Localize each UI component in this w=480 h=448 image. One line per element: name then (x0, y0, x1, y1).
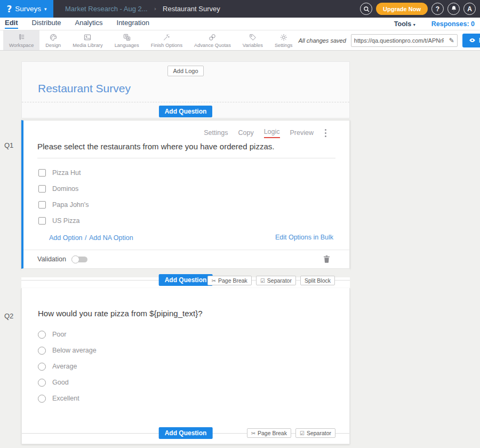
separator-icon: ☑ (300, 430, 305, 436)
question-block-q2: How would you rate pizza from ${piping_t… (21, 288, 350, 444)
separator-button[interactable]: ☑ Separator (295, 428, 335, 438)
survey-header-card: Add Logo Restaurant Survey Add Question (21, 61, 350, 118)
add-na-option-link[interactable]: Add NA Option (89, 234, 133, 242)
option-row: Pizza Hut (38, 165, 349, 181)
tab-integration[interactable]: Integration (117, 19, 149, 29)
radio-button[interactable] (38, 331, 46, 339)
radio-button[interactable] (38, 395, 46, 403)
insert-row-middle: Add Question ✂ Page Break ☑ Separator Sp… (21, 269, 350, 288)
notifications-button[interactable] (447, 3, 460, 15)
tools-dropdown[interactable]: Tools ▾ (394, 20, 415, 28)
page-break-button[interactable]: ✂ Page Break (247, 428, 291, 438)
option-row: Papa John's (38, 197, 349, 213)
toolbar-item-design[interactable]: Design (39, 30, 67, 50)
add-question-button[interactable]: Add Question (159, 106, 213, 117)
link-separator: / (85, 234, 86, 242)
page-break-button[interactable]: ✂ Page Break (207, 276, 252, 285)
primary-nav: Edit Distribute Analytics Integration To… (0, 18, 480, 30)
survey-url-input[interactable] (351, 37, 446, 44)
translate-icon (123, 33, 131, 42)
tab-distribute[interactable]: Distribute (32, 19, 61, 29)
delete-question-button[interactable] (323, 255, 330, 263)
survey-url-field: ✎ (351, 34, 458, 47)
account-avatar[interactable]: A (463, 3, 476, 15)
checkbox[interactable] (38, 185, 46, 193)
option-label[interactable]: Poor (52, 331, 66, 338)
question-text-q2[interactable]: How would you rate pizza from ${piping_t… (22, 288, 349, 318)
top-header: ? Surveys ▾ Market Research - Aug 2... ›… (0, 0, 480, 18)
page-break-icon: ✂ (251, 430, 255, 436)
checkbox[interactable] (38, 217, 46, 225)
toolbar-item-settings[interactable]: Settings (269, 30, 299, 50)
survey-title[interactable]: Restaurant Survey (38, 82, 349, 95)
gear-icon (279, 33, 288, 42)
add-logo-button[interactable]: Add Logo (167, 66, 203, 76)
chevron-down-icon: ▾ (44, 6, 47, 12)
tab-edit[interactable]: Edit (5, 19, 18, 29)
toolbar-item-finish-options[interactable]: Finish Options (145, 30, 188, 50)
question-number-q1: Q1 (4, 141, 13, 149)
preview-button[interactable]: Preview (462, 34, 480, 47)
option-row: Average (38, 358, 349, 374)
question-preview-link[interactable]: Preview (290, 129, 314, 137)
question-text-q1[interactable]: Please select the restaurants from where… (37, 142, 335, 158)
separator-button[interactable]: ☑ Separator (256, 276, 296, 285)
option-label[interactable]: US Pizza (52, 217, 79, 225)
toolbar-item-variables[interactable]: Variables (237, 30, 269, 50)
edit-url-pencil-icon[interactable]: ✎ (446, 37, 457, 44)
option-label[interactable]: Good (52, 379, 69, 386)
toolbar-item-workspace[interactable]: Workspace (3, 30, 39, 50)
q1-options-list: Pizza Hut Dominos Papa John's US Pizza (23, 158, 349, 229)
tab-analytics[interactable]: Analytics (75, 19, 102, 29)
insert-row-bottom: Add Question ✂ Page Break ☑ Separator (22, 426, 349, 441)
question-copy-link[interactable]: Copy (238, 129, 253, 137)
question-settings-link[interactable]: Settings (204, 129, 228, 137)
toolbar-item-languages[interactable]: Languages (109, 30, 145, 50)
eye-icon (469, 38, 476, 43)
option-label[interactable]: Below average (52, 347, 97, 354)
checkbox[interactable] (38, 201, 46, 209)
radio-button[interactable] (38, 347, 46, 355)
header-actions: Upgrade Now ? A (360, 0, 480, 18)
option-label[interactable]: Average (52, 363, 77, 370)
magic-wand-icon (162, 33, 171, 42)
bell-icon (451, 5, 457, 12)
surveys-menu[interactable]: ? Surveys ▾ (0, 0, 53, 18)
q2-options-list: Poor Below average Average Good Excellen… (22, 318, 349, 406)
upgrade-now-button[interactable]: Upgrade Now (376, 3, 428, 15)
split-block-button[interactable]: Split Block (300, 276, 335, 285)
option-label[interactable]: Excellent (52, 395, 79, 402)
image-icon (83, 33, 92, 42)
radio-button[interactable] (38, 363, 46, 371)
checkbox[interactable] (38, 169, 46, 177)
design-palette-icon (49, 33, 58, 42)
option-row: Excellent (38, 390, 349, 406)
toolbar-item-advance-quotas[interactable]: Advance Quotas (188, 30, 237, 50)
question-number-q2: Q2 (4, 312, 13, 320)
breadcrumb-current: Restaurant Survey (163, 5, 220, 13)
chevron-down-icon: ▾ (413, 22, 415, 27)
option-row: Below average (38, 342, 349, 358)
validation-row: Validation (23, 250, 349, 268)
option-label[interactable]: Pizza Hut (52, 169, 81, 177)
option-row: Poor (38, 326, 349, 342)
add-question-button[interactable]: Add Question (159, 427, 213, 439)
more-options-kebab-icon[interactable] (324, 128, 327, 138)
add-question-button[interactable]: Add Question (159, 274, 213, 286)
breadcrumb-folder[interactable]: Market Research - Aug 2... (65, 5, 148, 13)
search-button[interactable] (360, 3, 372, 15)
option-label[interactable]: Papa John's (52, 201, 89, 209)
avatar-initial: A (467, 5, 472, 13)
trash-icon (323, 255, 330, 263)
add-option-link[interactable]: Add Option (49, 234, 83, 242)
toolbar-right: All changes saved ✎ Preview (299, 30, 480, 50)
toolbar-item-media-library[interactable]: Media Library (67, 30, 108, 50)
radio-button[interactable] (38, 379, 46, 387)
edit-options-in-bulk-link[interactable]: Edit Options in Bulk (275, 234, 333, 241)
question-logic-link[interactable]: Logic (264, 128, 280, 138)
autosave-status: All changes saved (299, 37, 346, 44)
validation-toggle[interactable] (71, 255, 87, 263)
option-label[interactable]: Dominos (52, 185, 78, 193)
nav-right: Tools ▾ Responses: 0 (394, 20, 480, 28)
help-button[interactable]: ? (431, 3, 444, 15)
